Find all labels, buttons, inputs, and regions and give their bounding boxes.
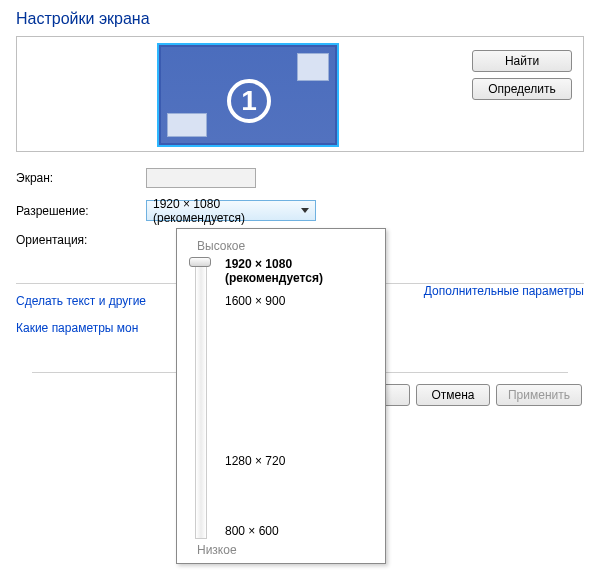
chevron-down-icon <box>301 208 309 213</box>
resolution-option[interactable]: 800 × 600 <box>225 524 279 538</box>
monitor-1[interactable]: 1 <box>159 45 337 145</box>
advanced-settings-link[interactable]: Дополнительные параметры <box>424 284 584 298</box>
slider-low-label: Низкое <box>197 543 237 557</box>
resolution-slider-thumb[interactable] <box>189 257 211 267</box>
page-title: Настройки экрана <box>0 0 600 36</box>
resolution-option[interactable]: 1920 × 1080 (рекомендуется) <box>225 257 385 285</box>
screen-select[interactable] <box>146 168 256 188</box>
apply-button[interactable]: Применить <box>496 384 582 406</box>
screen-label: Экран: <box>16 171 146 185</box>
which-params-link[interactable]: Какие параметры мон <box>16 321 176 335</box>
resolution-dropdown-popup: Высокое 1920 × 1080 (рекомендуется) 1600… <box>176 228 386 564</box>
preview-window-icon <box>297 53 329 81</box>
resolution-slider-track[interactable] <box>195 259 207 539</box>
cancel-button[interactable]: Отмена <box>416 384 490 406</box>
resolution-option[interactable]: 1600 × 900 <box>225 294 285 308</box>
preview-window-icon <box>167 113 207 137</box>
orientation-label: Ориентация: <box>16 233 146 247</box>
text-size-link[interactable]: Сделать текст и другие <box>16 294 176 308</box>
resolution-select-value: 1920 × 1080 (рекомендуется) <box>153 197 295 225</box>
resolution-option[interactable]: 1280 × 720 <box>225 454 285 468</box>
resolution-label: Разрешение: <box>16 204 146 218</box>
detect-button[interactable]: Определить <box>472 78 572 100</box>
slider-high-label: Высокое <box>197 239 245 253</box>
find-button[interactable]: Найти <box>472 50 572 72</box>
monitor-number-badge: 1 <box>227 79 271 123</box>
resolution-select[interactable]: 1920 × 1080 (рекомендуется) <box>146 200 316 221</box>
